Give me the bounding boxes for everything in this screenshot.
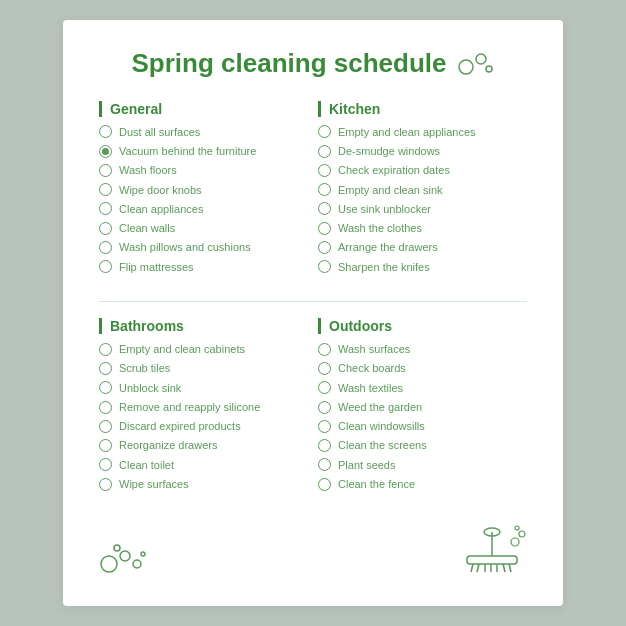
svg-line-10 — [477, 564, 479, 572]
bubbles-decoration — [456, 49, 494, 77]
checkbox-icon — [318, 145, 331, 158]
outdoors-checklist: Wash surfaces Check boards Wash textiles… — [318, 342, 527, 491]
svg-point-18 — [511, 538, 519, 546]
list-item[interactable]: Plant seeds — [318, 458, 527, 472]
checkbox-icon — [318, 401, 331, 414]
item-text: Clean appliances — [119, 202, 203, 216]
list-item[interactable]: Wipe surfaces — [99, 477, 308, 491]
list-item[interactable]: Flip mattresses — [99, 260, 308, 274]
checkbox-icon — [318, 222, 331, 235]
checkbox-icon — [318, 164, 331, 177]
item-text: Remove and reapply silicone — [119, 400, 260, 414]
kitchen-checklist: Empty and clean appliances De-smudge win… — [318, 125, 527, 274]
checkbox-icon — [99, 458, 112, 471]
checkbox-icon — [318, 458, 331, 471]
list-item[interactable]: Vacuum behind the furniture — [99, 144, 308, 158]
item-text: De-smudge windows — [338, 144, 440, 158]
item-text: Wipe door knobs — [119, 183, 202, 197]
checkbox-icon — [99, 164, 112, 177]
list-item[interactable]: Clean walls — [99, 221, 308, 235]
svg-line-14 — [503, 564, 505, 572]
list-item[interactable]: Empty and clean appliances — [318, 125, 527, 139]
list-item[interactable]: Wash textiles — [318, 381, 527, 395]
item-text: Weed the garden — [338, 400, 422, 414]
svg-line-9 — [471, 564, 473, 572]
svg-point-0 — [459, 60, 473, 74]
title-row: Spring cleaning schedule — [99, 48, 527, 79]
list-item[interactable]: Scrub tiles — [99, 361, 308, 375]
checkbox-icon — [99, 401, 112, 414]
checkbox-icon — [318, 260, 331, 273]
list-item[interactable]: Dust all surfaces — [99, 125, 308, 139]
item-text: Wash pillows and cushions — [119, 240, 251, 254]
section-general: General Dust all surfaces Vacuum behind … — [99, 101, 308, 297]
bathrooms-checklist: Empty and clean cabinets Scrub tiles Unb… — [99, 342, 308, 491]
list-item[interactable]: Clean the screens — [318, 438, 527, 452]
item-text: Dust all surfaces — [119, 125, 200, 139]
item-text: Reorganize drawers — [119, 438, 217, 452]
list-item[interactable]: Wash floors — [99, 163, 308, 177]
item-text: Clean the screens — [338, 438, 427, 452]
item-text: Clean windowsills — [338, 419, 425, 433]
checkbox-icon — [318, 241, 331, 254]
checkbox-icon — [318, 183, 331, 196]
list-item[interactable]: Empty and clean sink — [318, 183, 527, 197]
list-item[interactable]: Check boards — [318, 361, 527, 375]
list-item[interactable]: Wash surfaces — [318, 342, 527, 356]
checkbox-icon — [99, 381, 112, 394]
checkbox-icon — [318, 439, 331, 452]
item-text: Check expiration dates — [338, 163, 450, 177]
list-item[interactable]: Sharpen the knifes — [318, 260, 527, 274]
item-text: Flip mattresses — [119, 260, 194, 274]
item-text: Clean toilet — [119, 458, 174, 472]
card: Spring cleaning schedule General Dust al… — [63, 20, 563, 607]
list-item[interactable]: Wipe door knobs — [99, 183, 308, 197]
list-item[interactable]: Wash the clothes — [318, 221, 527, 235]
item-text: Clean the fence — [338, 477, 415, 491]
list-item[interactable]: Wash pillows and cushions — [99, 240, 308, 254]
page-title: Spring cleaning schedule — [132, 48, 447, 79]
svg-point-7 — [141, 552, 145, 556]
list-item[interactable]: Clean windowsills — [318, 419, 527, 433]
list-item[interactable]: Reorganize drawers — [99, 438, 308, 452]
checkbox-icon — [99, 222, 112, 235]
section-kitchen: Kitchen Empty and clean appliances De-sm… — [318, 101, 527, 297]
list-item[interactable]: Clean toilet — [99, 458, 308, 472]
list-item[interactable]: Use sink unblocker — [318, 202, 527, 216]
section-outdoors: Outdoors Wash surfaces Check boards Wash… — [318, 318, 527, 514]
checkbox-icon — [99, 183, 112, 196]
item-text: Wash surfaces — [338, 342, 410, 356]
list-item[interactable]: Unblock sink — [99, 381, 308, 395]
item-text: Unblock sink — [119, 381, 181, 395]
checkbox-icon — [99, 343, 112, 356]
item-text: Discard expired products — [119, 419, 241, 433]
checkbox-icon — [99, 260, 112, 273]
list-item[interactable]: Remove and reapply silicone — [99, 400, 308, 414]
item-text: Plant seeds — [338, 458, 395, 472]
list-item[interactable]: Check expiration dates — [318, 163, 527, 177]
checkbox-icon — [99, 145, 112, 158]
item-text: Empty and clean sink — [338, 183, 443, 197]
checkbox-icon — [99, 241, 112, 254]
item-text: Arrange the drawers — [338, 240, 438, 254]
checkbox-icon — [99, 125, 112, 138]
cleaning-brush-icon — [457, 522, 527, 578]
list-item[interactable]: Arrange the drawers — [318, 240, 527, 254]
item-text: Clean walls — [119, 221, 175, 235]
list-item[interactable]: Clean the fence — [318, 477, 527, 491]
footer-decoration — [99, 522, 527, 578]
checkbox-icon — [318, 202, 331, 215]
item-text: Wash floors — [119, 163, 177, 177]
list-item[interactable]: Empty and clean cabinets — [99, 342, 308, 356]
checkbox-icon — [318, 420, 331, 433]
checkbox-icon — [99, 362, 112, 375]
list-item[interactable]: Weed the garden — [318, 400, 527, 414]
footer-bubbles-left-icon — [99, 534, 151, 578]
list-item[interactable]: Clean appliances — [99, 202, 308, 216]
list-item[interactable]: Discard expired products — [99, 419, 308, 433]
item-text: Check boards — [338, 361, 406, 375]
svg-line-15 — [509, 564, 511, 572]
svg-point-1 — [476, 54, 486, 64]
checkbox-icon — [99, 420, 112, 433]
list-item[interactable]: De-smudge windows — [318, 144, 527, 158]
